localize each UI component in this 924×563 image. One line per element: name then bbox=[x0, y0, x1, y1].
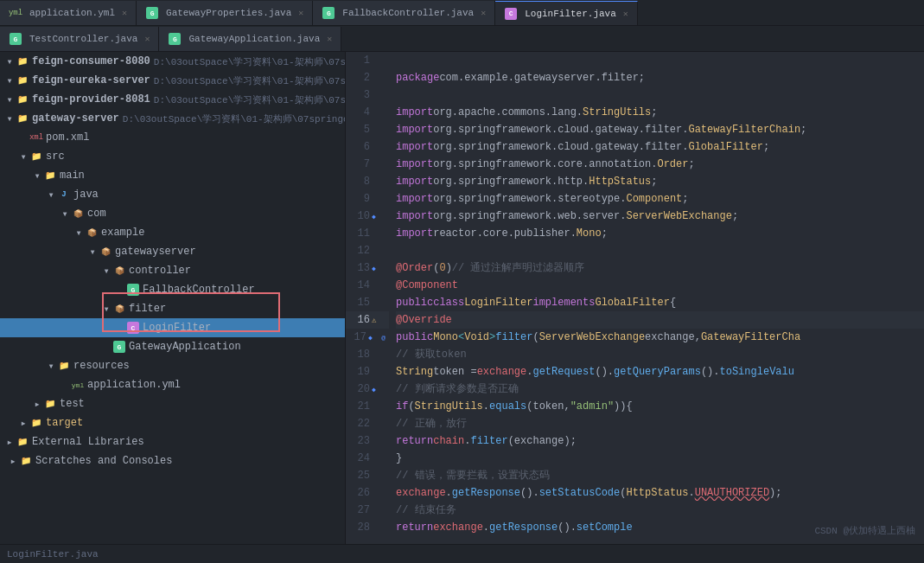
folder-icon: 📁 bbox=[16, 93, 29, 106]
gutter-line-11: 11 bbox=[346, 225, 389, 242]
expand-arrow[interactable]: ▸ bbox=[31, 398, 43, 411]
folder-icon: 📁 bbox=[43, 397, 57, 411]
folder-icon: 📁 bbox=[16, 74, 29, 87]
tree-label: filter bbox=[129, 303, 166, 315]
tree-label: feign-consumer-8080 bbox=[32, 55, 150, 67]
tree-label: controller bbox=[129, 265, 191, 277]
gutter-line-21: 21 bbox=[346, 398, 389, 415]
close-icon[interactable]: ✕ bbox=[327, 34, 332, 44]
expand-arrow[interactable]: ▾ bbox=[59, 208, 71, 221]
gutter-line-2: 2 bbox=[346, 69, 389, 86]
gutter-line-6: 6 bbox=[346, 138, 389, 156]
code-editor[interactable]: package com.example.gatewayserver.filter… bbox=[389, 52, 924, 544]
code-line-18: // 获取token bbox=[396, 346, 924, 363]
tab-gateway-properties[interactable]: G GatewayProperties.java ✕ bbox=[137, 1, 313, 25]
project-tree[interactable]: ▾ 📁 feign-consumer-8080 D:\03outSpace\学习… bbox=[0, 52, 346, 544]
expand-arrow[interactable]: ▾ bbox=[3, 112, 16, 125]
tree-item-test[interactable]: ▸ 📁 test bbox=[0, 394, 345, 413]
tree-label: feign-provider-8081 bbox=[32, 93, 150, 106]
expand-arrow[interactable]: ▸ bbox=[3, 436, 16, 449]
expand-arrow[interactable]: ▾ bbox=[100, 265, 112, 278]
tree-item-target[interactable]: ▸ 📁 target bbox=[0, 413, 345, 432]
code-line-6: import org.springframework.cloud.gateway… bbox=[396, 138, 924, 156]
expand-arrow[interactable]: ▾ bbox=[3, 74, 16, 87]
tree-item-main[interactable]: ▾ 📁 main bbox=[0, 166, 345, 185]
gutter-line-3: 3 bbox=[346, 86, 389, 104]
pkg-icon: 📦 bbox=[112, 302, 126, 316]
gutter-line-16: 16⚠ bbox=[346, 311, 389, 329]
ide-window: yml application.yml ✕ G GatewayPropertie… bbox=[0, 0, 924, 563]
close-icon[interactable]: ✕ bbox=[122, 8, 127, 18]
tab-login-filter[interactable]: C LoginFilter.java ✕ bbox=[495, 1, 638, 25]
code-line-23: return chain.filter(exchange); bbox=[396, 432, 924, 450]
tab-gateway-application[interactable]: G GatewayApplication.java ✕ bbox=[159, 27, 341, 51]
code-line-17: public Mono<Void> filter(ServerWebExchan… bbox=[396, 329, 924, 346]
expand-arrow[interactable]: ▾ bbox=[3, 55, 16, 68]
code-line-15: public class LoginFilter implements Glob… bbox=[396, 294, 924, 311]
expand-arrow[interactable]: ▾ bbox=[100, 303, 112, 316]
tree-item-filter[interactable]: ▾ 📦 filter bbox=[0, 299, 345, 318]
expand-arrow[interactable]: ▾ bbox=[73, 227, 85, 240]
code-line-4: import org.apache.commons.lang.StringUti… bbox=[396, 104, 924, 121]
expand-arrow[interactable]: ▸ bbox=[17, 417, 29, 430]
folder-icon: 📁 bbox=[29, 150, 43, 163]
folder-icon: 📁 bbox=[16, 112, 29, 125]
tree-item-fallback-controller[interactable]: G FallbackController bbox=[0, 280, 345, 299]
tree-item-ext-libs[interactable]: ▸ 📁 External Libraries bbox=[0, 432, 345, 451]
line-gutter: 1 2 3 4 5 6 7 8 9 10◆ 11 12 13◆ 14 15 16… bbox=[346, 52, 389, 544]
class-icon: G bbox=[112, 340, 126, 354]
code-line-19: String token = exchange.getRequest().get… bbox=[396, 363, 924, 381]
tree-item-app-yml[interactable]: yml application.yml bbox=[0, 375, 345, 394]
tab-application-yml[interactable]: yml application.yml ✕ bbox=[0, 1, 137, 25]
tree-item-resources[interactable]: ▾ 📁 resources bbox=[0, 356, 345, 375]
gutter-line-20: 20◆ bbox=[346, 381, 389, 398]
java-icon: J bbox=[57, 188, 71, 202]
gutter-line-5: 5 bbox=[346, 121, 389, 138]
close-icon[interactable]: ✕ bbox=[623, 9, 628, 19]
code-line-1 bbox=[396, 52, 924, 69]
tree-item-controller[interactable]: ▾ 📦 controller bbox=[0, 261, 345, 280]
tree-item-example[interactable]: ▾ 📦 example bbox=[0, 223, 345, 242]
close-icon[interactable]: ✕ bbox=[144, 34, 150, 44]
tab-label-test-controller: TestController.java bbox=[29, 34, 137, 44]
close-icon[interactable]: ✕ bbox=[481, 8, 486, 18]
folder-icon: 📁 bbox=[43, 169, 57, 182]
tree-item-feign-consumer[interactable]: ▾ 📁 feign-consumer-8080 D:\03outSpace\学习… bbox=[0, 52, 345, 71]
expand-arrow[interactable]: ▾ bbox=[17, 150, 29, 163]
gutter-line-8: 8 bbox=[346, 173, 389, 190]
code-line-11: import reactor.core.publisher.Mono; bbox=[396, 225, 924, 242]
tab-test-controller[interactable]: G TestController.java ✕ bbox=[0, 27, 159, 51]
tree-item-gateway-server[interactable]: ▾ 📁 gateway-server D:\03outSpace\学习资料\01… bbox=[0, 109, 345, 128]
tree-item-pom[interactable]: xml pom.xml bbox=[0, 128, 345, 147]
tree-item-java[interactable]: ▾ J java bbox=[0, 185, 345, 204]
tree-item-gateway-application[interactable]: G GatewayApplication bbox=[0, 337, 345, 356]
tab-fallback-controller[interactable]: G FallbackController.java ✕ bbox=[313, 1, 495, 25]
tree-item-gatewayserver[interactable]: ▾ 📦 gatewayserver bbox=[0, 242, 345, 261]
expand-arrow[interactable]: ▾ bbox=[3, 93, 16, 106]
tree-item-scratches[interactable]: ▸ 📁 Scratches and Consoles bbox=[0, 451, 345, 470]
tree-item-login-filter[interactable]: C LoginFilter bbox=[0, 318, 345, 337]
class-icon: C bbox=[126, 321, 140, 335]
tree-item-com[interactable]: ▾ 📦 com bbox=[0, 204, 345, 223]
xml-icon: xml bbox=[29, 131, 43, 144]
tree-label: test bbox=[60, 398, 85, 410]
close-icon[interactable]: ✕ bbox=[298, 8, 303, 18]
gutter-line-18: 18 bbox=[346, 346, 389, 363]
tree-item-feign-provider[interactable]: ▾ 📁 feign-provider-8081 D:\03outSpace\学习… bbox=[0, 90, 345, 109]
expand-arrow[interactable]: ▾ bbox=[86, 246, 99, 259]
tree-label: gatewayserver bbox=[115, 246, 196, 258]
expand-arrow[interactable]: ▾ bbox=[45, 360, 57, 373]
tree-label: GatewayApplication bbox=[129, 341, 241, 353]
gutter-line-24: 24 bbox=[346, 450, 389, 467]
gutter-line-7: 7 bbox=[346, 156, 389, 173]
gutter-line-9: 9 bbox=[346, 190, 389, 208]
expand-arrow[interactable]: ▸ bbox=[7, 455, 19, 468]
tree-item-src[interactable]: ▾ 📁 src bbox=[0, 147, 345, 166]
expand-arrow[interactable]: ▾ bbox=[45, 189, 57, 202]
code-line-25: // 错误，需要拦截，设置状态码 bbox=[396, 467, 924, 484]
expand-arrow[interactable]: ▾ bbox=[31, 170, 43, 182]
code-line-2: package com.example.gatewayserver.filter… bbox=[396, 69, 924, 86]
tree-item-feign-eureka[interactable]: ▾ 📁 feign-eureka-server D:\03outSpace\学习… bbox=[0, 71, 345, 90]
tree-path: D:\03outSpace\学习资料\01-架构师\07spri bbox=[154, 93, 346, 106]
code-line-21: if(StringUtils.equals(token, "admin")){ bbox=[396, 398, 924, 415]
